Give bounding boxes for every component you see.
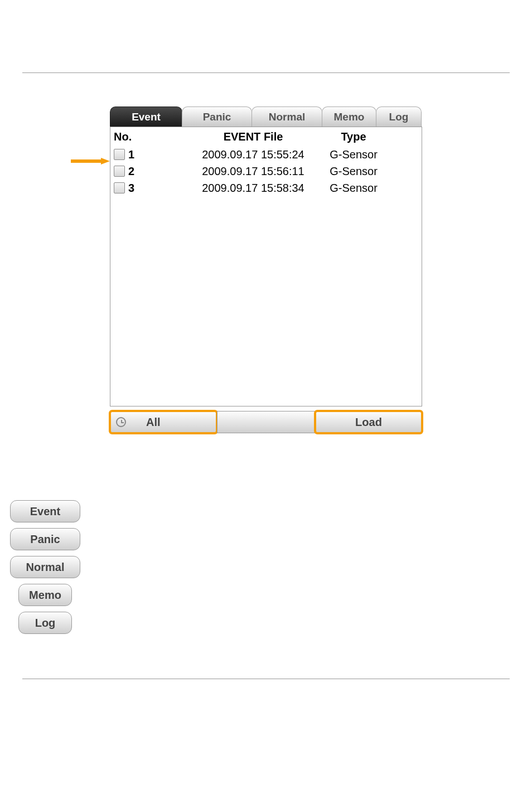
arrow-icon xyxy=(71,158,110,164)
button-label: Memo xyxy=(29,589,61,602)
load-button[interactable]: Load xyxy=(315,411,422,433)
divider-top xyxy=(22,72,510,73)
row-file: 2009.09.17 15:55:24 xyxy=(186,148,320,161)
col-header-no: No. xyxy=(114,130,186,143)
memo-button[interactable]: Memo xyxy=(18,584,72,606)
tab-bar: Event Panic Normal Memo Log xyxy=(110,106,422,127)
panic-button[interactable]: Panic xyxy=(10,528,80,550)
row-file: 2009.09.17 15:58:34 xyxy=(186,182,320,195)
tab-log[interactable]: Log xyxy=(376,106,422,127)
tab-panic[interactable]: Panic xyxy=(182,106,252,127)
divider-bottom xyxy=(22,679,510,679)
list-header: No. EVENT File Type xyxy=(110,127,422,146)
middle-button[interactable] xyxy=(217,411,315,433)
svg-marker-1 xyxy=(101,158,110,164)
log-button[interactable]: Log xyxy=(18,612,72,634)
row-file: 2009.09.17 15:56:11 xyxy=(186,165,320,178)
checkbox-icon[interactable] xyxy=(114,182,125,193)
tab-label: Log xyxy=(389,111,409,123)
row-type: G-Sensor xyxy=(320,148,387,161)
button-label: Panic xyxy=(30,533,60,546)
button-label: Log xyxy=(35,617,56,630)
button-stack: Event Panic Normal Memo Log xyxy=(9,500,81,634)
list-item[interactable]: 1 2009.09.17 15:55:24 G-Sensor xyxy=(110,146,422,163)
clock-icon xyxy=(116,417,126,427)
file-list-panel: Event Panic Normal Memo Log No. EVENT Fi… xyxy=(110,106,422,433)
tab-event[interactable]: Event xyxy=(110,106,182,127)
checkbox-icon[interactable] xyxy=(114,166,125,177)
list-item[interactable]: 3 2009.09.17 15:58:34 G-Sensor xyxy=(110,180,422,196)
tab-normal[interactable]: Normal xyxy=(252,106,322,127)
list-item[interactable]: 2 2009.09.17 15:56:11 G-Sensor xyxy=(110,163,422,180)
button-label: Normal xyxy=(26,561,65,574)
row-type: G-Sensor xyxy=(320,182,387,195)
checkbox-icon[interactable] xyxy=(114,149,125,160)
row-no: 1 xyxy=(128,148,134,161)
bottom-bar: All Load xyxy=(110,411,422,433)
tab-label: Normal xyxy=(269,111,305,123)
load-button-label: Load xyxy=(355,416,382,429)
event-button[interactable]: Event xyxy=(10,500,80,522)
col-header-type: Type xyxy=(320,130,387,143)
tab-label: Event xyxy=(132,111,161,123)
row-no: 2 xyxy=(128,165,134,178)
row-no: 3 xyxy=(128,182,134,195)
tab-memo[interactable]: Memo xyxy=(322,106,376,127)
normal-button[interactable]: Normal xyxy=(10,556,80,578)
row-type: G-Sensor xyxy=(320,165,387,178)
all-button[interactable]: All xyxy=(110,411,217,433)
button-label: Event xyxy=(30,505,60,518)
col-header-file: EVENT File xyxy=(186,130,320,143)
tab-label: Panic xyxy=(203,111,231,123)
tab-label: Memo xyxy=(334,111,365,123)
all-button-label: All xyxy=(146,416,161,429)
file-list: No. EVENT File Type 1 2009.09.17 15:55:2… xyxy=(110,127,422,406)
